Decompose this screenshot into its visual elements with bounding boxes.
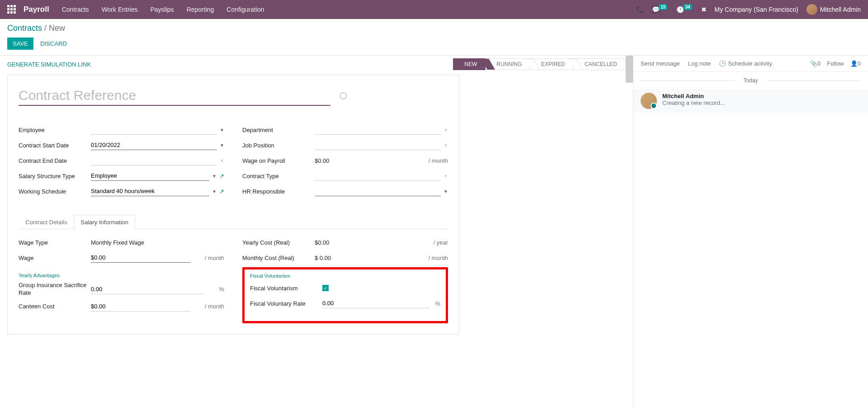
chevron-down-icon[interactable]: ▼ — [220, 143, 224, 148]
department-field[interactable] — [315, 125, 441, 135]
breadcrumb-contracts[interactable]: Contracts — [7, 24, 42, 33]
messages-icon[interactable]: 💬15 — [652, 6, 668, 13]
message-text: Creating a new record... — [662, 99, 861, 106]
follow-button[interactable]: Follow — [827, 60, 844, 67]
label-contract-type: Contract Type — [242, 173, 315, 180]
navbar-menu: Contracts Work Entries Payslips Reportin… — [62, 6, 264, 13]
statusbar: New Running Expired Cancelled — [453, 58, 626, 70]
tab-salary-information[interactable]: Salary Information — [74, 215, 135, 229]
kanban-state-dot[interactable] — [340, 92, 347, 99]
form-view: Generate Simulation Link New Running Exp… — [0, 56, 633, 408]
save-button[interactable]: Save — [7, 38, 33, 50]
canteen-cost-suffix: / month — [202, 303, 224, 310]
label-wage: Wage — [19, 255, 91, 261]
stage-new[interactable]: New — [453, 58, 486, 70]
user-menu[interactable]: Mitchell Admin — [807, 4, 861, 15]
avatar-icon — [641, 93, 657, 109]
chevron-down-icon[interactable]: ▼ — [443, 143, 448, 148]
group-insurance-suffix: % — [216, 286, 224, 293]
label-canteen-cost: Canteen Cost — [19, 303, 91, 310]
activities-icon[interactable]: 🕐34 — [676, 6, 693, 13]
fiscal-voluntary-rate-suffix: % — [432, 300, 440, 307]
schedule-activity-button[interactable]: 🕑Schedule activity — [719, 60, 772, 67]
wage-field[interactable] — [91, 253, 190, 263]
contract-reference-input[interactable] — [19, 86, 330, 106]
chevron-down-icon[interactable]: ▼ — [220, 128, 224, 132]
followers-button[interactable]: 👤0 — [850, 60, 861, 67]
label-fiscal-voluntarism: Fiscal Voluntarism — [250, 285, 322, 292]
working-schedule-field[interactable] — [91, 186, 209, 196]
canteen-cost-field[interactable] — [91, 302, 190, 312]
label-job-position: Job Position — [242, 142, 315, 149]
label-wage-type: Wage Type — [19, 239, 91, 246]
tab-contract-details[interactable]: Contract Details — [19, 215, 74, 229]
wage-type-value: Monthly Fixed Wage — [91, 239, 144, 246]
tabs: Contract Details Salary Information — [19, 214, 448, 229]
fiscal-voluntarism-highlight: Fiscal Voluntarism Fiscal Voluntarism✓ F… — [242, 267, 448, 323]
chatter: Send message Log note 🕑Schedule activity… — [633, 56, 868, 408]
label-employee: Employee — [19, 127, 91, 133]
discard-button[interactable]: Discard — [35, 38, 72, 50]
menu-payslips[interactable]: Payslips — [151, 6, 174, 13]
chevron-down-icon[interactable]: ▼ — [443, 128, 448, 132]
job-position-field[interactable] — [315, 140, 441, 150]
start-date-field[interactable] — [91, 140, 217, 150]
chevron-down-icon[interactable]: ▼ — [212, 189, 217, 194]
external-link-icon[interactable]: ↗ — [219, 173, 224, 180]
label-monthly-cost: Monthly Cost (Real) — [242, 255, 315, 261]
label-start-date: Contract Start Date — [19, 142, 91, 149]
menu-contracts[interactable]: Contracts — [62, 6, 89, 13]
breadcrumb-current: New — [49, 24, 65, 33]
chevron-down-icon[interactable]: ▼ — [443, 189, 448, 194]
label-working-schedule: Working Schedule — [19, 188, 91, 195]
phone-icon[interactable]: 📞 — [636, 6, 644, 13]
today-separator: Today — [633, 72, 868, 89]
generate-simulation-link-button[interactable]: Generate Simulation Link — [7, 61, 91, 68]
salary-structure-field[interactable] — [91, 171, 209, 181]
fiscal-voluntarism-checkbox[interactable]: ✓ — [322, 285, 329, 291]
company-switcher[interactable]: My Company (San Francisco) — [715, 6, 798, 13]
apps-icon[interactable] — [7, 5, 16, 14]
fiscal-voluntary-rate-field[interactable] — [322, 298, 429, 308]
monthly-cost-suffix: / month — [426, 255, 448, 261]
hr-responsible-field[interactable] — [315, 186, 441, 196]
top-navbar: Payroll Contracts Work Entries Payslips … — [0, 0, 868, 19]
label-group-insurance: Group Insurance Sacrifice Rate — [19, 282, 91, 297]
chevron-down-icon[interactable]: ▼ — [443, 174, 448, 179]
end-date-field[interactable] — [91, 156, 217, 165]
clock-icon: 🕑 — [719, 60, 726, 67]
paperclip-icon: 📎 — [810, 60, 817, 67]
menu-reporting[interactable]: Reporting — [187, 6, 214, 13]
group-insurance-field[interactable] — [91, 284, 204, 294]
wage-on-payroll-suffix: / month — [426, 157, 448, 164]
label-hr-responsible: HR Responsible — [242, 188, 315, 195]
messages-badge: 15 — [659, 4, 667, 10]
form-sheet: Employee▼ Contract Start Date▼ Contract … — [7, 75, 459, 335]
send-message-button[interactable]: Send message — [641, 60, 680, 67]
yearly-cost-value: $0.00 — [315, 239, 330, 246]
user-name: Mitchell Admin — [820, 6, 861, 13]
chevron-down-icon[interactable]: ▼ — [220, 158, 224, 163]
fiscal-voluntarism-header: Fiscal Voluntarism — [250, 273, 440, 279]
chevron-down-icon[interactable]: ▼ — [212, 174, 217, 179]
contract-type-field[interactable] — [315, 171, 441, 181]
attachments-button[interactable]: 📎0 — [810, 60, 821, 67]
menu-configuration[interactable]: Configuration — [226, 6, 264, 13]
label-yearly-cost: Yearly Cost (Real) — [242, 239, 315, 246]
external-link-icon[interactable]: ↗ — [219, 188, 224, 195]
label-wage-on-payroll: Wage on Payroll — [242, 157, 315, 164]
debug-icon[interactable]: ✖ — [701, 6, 707, 13]
employee-field[interactable] — [91, 125, 217, 135]
app-name[interactable]: Payroll — [24, 5, 49, 14]
label-department: Department — [242, 127, 315, 133]
avatar-icon — [807, 4, 817, 15]
monthly-cost-value: $ 0.00 — [315, 255, 331, 261]
control-panel: Contracts / New Save Discard — [0, 19, 868, 56]
activities-badge: 34 — [683, 4, 692, 10]
menu-work-entries[interactable]: Work Entries — [102, 6, 138, 13]
label-salary-structure: Salary Structure Type — [19, 173, 91, 180]
wage-on-payroll-value: $0.00 — [315, 157, 330, 164]
log-note-button[interactable]: Log note — [688, 60, 711, 67]
yearly-advantages-header: Yearly Advantages — [19, 273, 224, 278]
scrollbar[interactable] — [626, 56, 633, 83]
